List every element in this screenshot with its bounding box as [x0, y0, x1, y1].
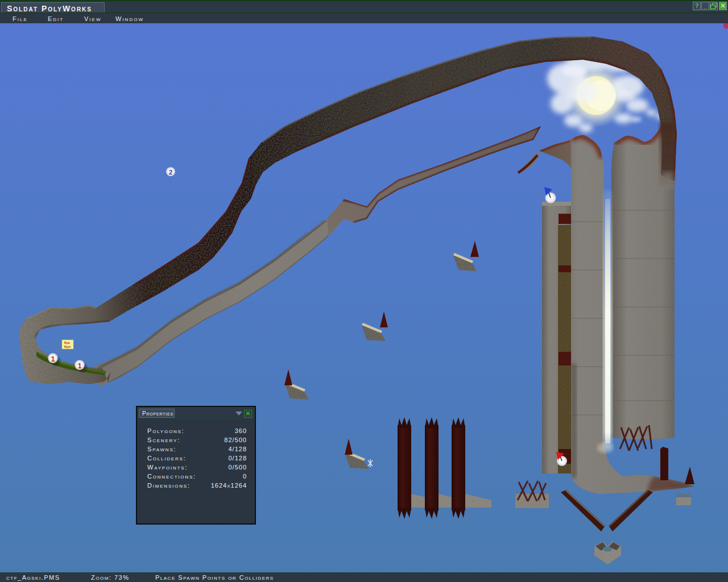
svg-text:2: 2 [169, 169, 172, 176]
svg-text:Bye: Bye [64, 341, 70, 344]
svg-text:1: 1 [77, 361, 81, 370]
svg-text:1: 1 [51, 355, 55, 363]
svg-text:Bye!: Bye! [64, 345, 71, 348]
